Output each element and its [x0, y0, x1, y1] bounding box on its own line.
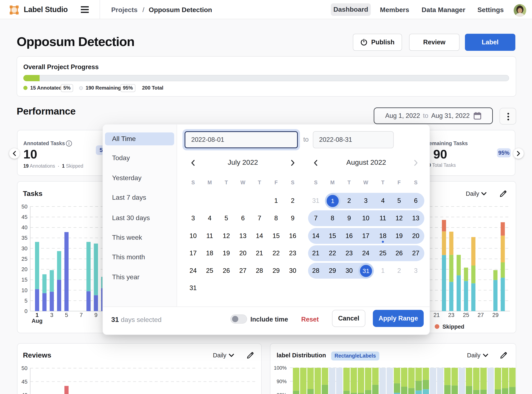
- svg-text:90%: 90%: [277, 378, 287, 384]
- svg-text:80%: 80%: [277, 392, 287, 394]
- svg-text:100%: 100%: [274, 365, 287, 371]
